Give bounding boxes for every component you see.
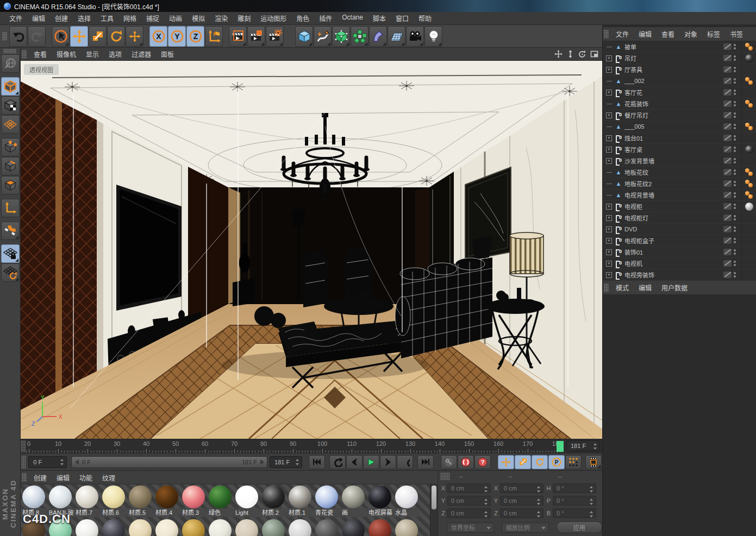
transport-grip[interactable] <box>21 456 26 469</box>
viewport-menu-item-4[interactable]: 过滤器 <box>127 48 156 60</box>
render-view-button[interactable] <box>229 26 247 47</box>
material-swatch[interactable]: 材质.5 <box>127 484 153 518</box>
visibility-dots[interactable] <box>734 78 738 84</box>
visibility-toggle[interactable] <box>723 135 732 141</box>
coords-grip[interactable] <box>440 472 450 480</box>
points-mode-button[interactable] <box>1 138 20 156</box>
object-row[interactable]: ▲被单 <box>603 41 756 53</box>
main-menu-item-15[interactable]: 脚本 <box>368 12 391 24</box>
spinner-arrows-icon[interactable] <box>593 443 597 450</box>
redo-button[interactable] <box>28 26 46 47</box>
material-swatch[interactable]: 水晶 <box>393 484 420 518</box>
object-row[interactable]: ▲花瓶装饰 <box>603 98 756 110</box>
visibility-toggle[interactable] <box>723 43 732 50</box>
rotate-tool[interactable] <box>107 26 125 47</box>
main-menu-item-0[interactable]: 文件 <box>4 12 27 24</box>
material-sphere[interactable] <box>209 485 232 508</box>
main-menu-item-16[interactable]: 窗口 <box>391 12 414 24</box>
material-menu-item-0[interactable]: 创建 <box>29 471 52 484</box>
expand-icon[interactable]: + <box>606 215 612 221</box>
object-row[interactable]: ▲___002 <box>603 75 756 87</box>
material-swatch[interactable] <box>314 518 340 536</box>
title-bar[interactable]: CINEMA 4D R15.064 Studio - [现代装饰001.c4d … <box>0 0 756 12</box>
spinner-arrows-icon[interactable] <box>537 486 541 493</box>
object-row[interactable]: +0电视柜 <box>603 201 756 212</box>
material-swatch[interactable] <box>180 518 207 536</box>
main-menu-item-5[interactable]: 网格 <box>118 12 141 24</box>
make-editable-button[interactable] <box>1 54 20 73</box>
visibility-dots[interactable] <box>734 158 738 163</box>
expand-icon[interactable]: + <box>606 261 612 267</box>
material-sphere[interactable] <box>49 485 72 508</box>
object-row[interactable]: +0烛台01 <box>603 133 756 144</box>
edges-mode-button[interactable] <box>1 157 20 175</box>
range-start-field[interactable]: 0 F <box>28 456 67 468</box>
expand-icon[interactable]: + <box>606 158 612 164</box>
material-sphere[interactable] <box>102 485 125 508</box>
coordinate-field[interactable]: 0 cm <box>447 496 491 506</box>
material-swatch[interactable]: Light <box>234 484 260 518</box>
visibility-toggle[interactable] <box>723 180 732 187</box>
expand-icon[interactable]: + <box>606 272 612 278</box>
coordinate-field[interactable]: 0 cm <box>500 508 543 518</box>
material-tag-icon[interactable] <box>745 54 753 62</box>
range-left-arrow-icon[interactable] <box>75 459 79 465</box>
visibility-toggle[interactable] <box>723 272 732 278</box>
add-environment-button[interactable] <box>388 26 405 47</box>
texture-tag-icon[interactable] <box>745 100 753 108</box>
timeline-ruler[interactable]: 0102030405060708090100110120130140150160… <box>21 439 602 453</box>
spinner-arrows-icon[interactable] <box>537 499 541 505</box>
material-sphere[interactable] <box>289 519 311 536</box>
object-row[interactable]: ▲电视背景墙 <box>603 190 756 201</box>
material-swatch[interactable]: 材质.7 <box>74 484 100 518</box>
record-parameter-toggle[interactable]: P <box>548 455 565 469</box>
previous-key-button[interactable] <box>329 455 346 469</box>
texture-tag-icon[interactable] <box>745 180 753 187</box>
object-row[interactable]: +0餐厅吊灯 <box>603 110 756 121</box>
material-sphere[interactable] <box>182 485 205 508</box>
coordinate-field[interactable]: 0 ° <box>553 483 596 493</box>
main-menu-item-14[interactable]: Octane <box>337 12 368 24</box>
attribute-manager-grip[interactable] <box>604 283 609 292</box>
object-manager-menu-item-0[interactable]: 文件 <box>611 28 634 40</box>
material-swatch[interactable] <box>340 518 366 536</box>
material-sphere[interactable] <box>395 519 418 536</box>
preview-range-slider[interactable]: 0 F 181 F <box>71 456 267 468</box>
viewport-canvas[interactable]: Y X Z 透视视图 <box>21 61 602 439</box>
object-row[interactable]: +0电视旁装饰 <box>603 269 756 281</box>
visibility-dots[interactable] <box>734 249 738 255</box>
object-row[interactable]: +0DVD <box>603 224 756 235</box>
timeline-button[interactable] <box>585 455 602 469</box>
material-sphere[interactable] <box>235 485 258 508</box>
material-sphere[interactable] <box>235 519 258 536</box>
record-keyframe-button[interactable] <box>441 455 457 469</box>
material-sphere[interactable] <box>129 485 152 508</box>
visibility-toggle[interactable] <box>723 78 732 84</box>
material-swatch[interactable]: 材质.3 <box>180 484 207 518</box>
visibility-toggle[interactable] <box>723 123 732 130</box>
keying-options-button[interactable]: ? <box>474 455 491 469</box>
visibility-toggle[interactable] <box>723 66 732 73</box>
texture-mode-button[interactable] <box>1 96 20 115</box>
object-axis-mode-button[interactable] <box>1 199 20 217</box>
workplane-options-button[interactable] <box>1 263 20 282</box>
material-sphere[interactable] <box>155 485 178 508</box>
texture-tag-icon[interactable] <box>745 123 753 130</box>
object-row[interactable]: +0客厅花 <box>603 87 756 98</box>
coordinate-field[interactable]: 0 cm <box>500 483 543 493</box>
material-sphere[interactable] <box>22 485 45 508</box>
main-menu-item-6[interactable]: 捕捉 <box>141 12 164 24</box>
polygons-mode-button[interactable] <box>1 176 20 194</box>
material-swatch[interactable] <box>393 518 420 536</box>
range-end-field[interactable]: 181 F <box>270 456 302 468</box>
viewport-menu-item-1[interactable]: 摄像机 <box>52 48 81 60</box>
main-menu-item-2[interactable]: 创建 <box>50 12 73 24</box>
expand-icon[interactable]: + <box>606 135 612 141</box>
material-sphere[interactable] <box>315 519 338 536</box>
material-swatch[interactable] <box>287 518 313 536</box>
object-manager-menu-item-2[interactable]: 查看 <box>657 28 679 40</box>
visibility-dots[interactable] <box>734 147 738 152</box>
object-row[interactable]: +0电视柜盒子 <box>603 235 756 247</box>
visibility-dots[interactable] <box>734 204 738 209</box>
attribute-manager-tab-2[interactable]: 用户数据 <box>657 281 692 294</box>
